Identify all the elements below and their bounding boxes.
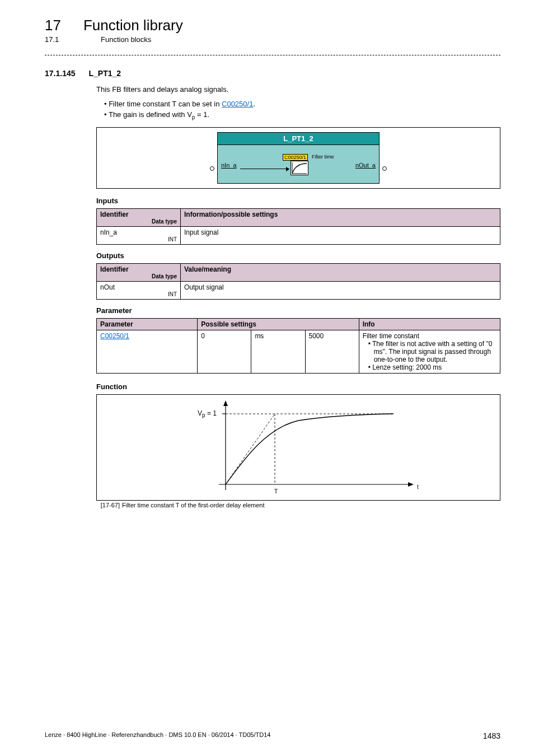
input-port-icon: [210, 166, 214, 171]
param-info-bullet1: The filter is not active with a setting …: [368, 340, 496, 363]
inputs-heading: Inputs: [96, 197, 500, 205]
function-heading: Function: [96, 382, 500, 391]
inputs-col-info: Information/possible settings: [181, 208, 500, 226]
input-identifier: nIn_a: [100, 228, 177, 236]
param-min: 0: [198, 330, 251, 373]
outputs-heading: Outputs: [96, 251, 500, 260]
inputs-col-identifier: Identifier: [100, 211, 177, 218]
param-col-possible-settings: Possible settings: [198, 318, 359, 330]
footer-left: Lenze · 8400 HighLine · Referenzhandbuch…: [45, 731, 270, 740]
divider: [45, 55, 500, 55]
outputs-col-info: Value/meaning: [181, 263, 500, 281]
filter-curve-icon: [291, 161, 308, 175]
output-description: Output signal: [181, 281, 500, 299]
outputs-col-datatype: Data type: [100, 273, 177, 279]
param-link[interactable]: C00250/1: [100, 332, 129, 340]
outputs-col-identifier: Identifier: [100, 265, 177, 273]
param-col-parameter: Parameter: [97, 318, 198, 330]
output-port-label: nOut_a: [355, 162, 376, 169]
chapter-number: 17: [45, 17, 61, 34]
param-chip: C00250/1: [283, 154, 308, 161]
input-port-label: nIn_a: [221, 162, 237, 169]
fb-header: L_PT1_2: [218, 133, 379, 145]
param-link-c00250[interactable]: C00250/1: [222, 100, 253, 108]
bullet2-suffix: = 1.: [195, 110, 209, 119]
inputs-table: Identifier Data type Information/possibl…: [96, 208, 500, 245]
chapter-title: Function library: [83, 17, 183, 34]
outputs-table: Identifier Data type Value/meaning nOut …: [96, 263, 500, 300]
t-axis-label: t: [417, 484, 419, 490]
bullet2-prefix: The gain is defined with V: [109, 110, 192, 119]
bullet1-suffix: .: [253, 100, 255, 108]
table-row: nOut INT Output signal: [97, 281, 500, 299]
param-max: 5000: [305, 330, 359, 373]
parameter-heading: Parameter: [96, 306, 500, 315]
signal-arrow-line: [240, 169, 289, 169]
function-graph: T t Vp = 1: [96, 394, 500, 501]
output-datatype: INT: [100, 291, 177, 297]
vp-label: Vp = 1: [198, 409, 217, 418]
svg-line-7: [226, 414, 275, 484]
section-number: 17.1.145: [45, 69, 76, 78]
param-chip-label: Filter time: [312, 154, 334, 160]
intro-bullet-2: The gain is defined with Vp = 1.: [104, 109, 500, 122]
input-description: Input signal: [181, 226, 500, 244]
section-title: L_PT1_2: [89, 69, 121, 78]
intro-paragraph: This FB filters and delays analog signal…: [96, 85, 500, 95]
output-identifier: nOut: [100, 283, 177, 291]
signal-arrow-head-icon: [286, 167, 289, 171]
subchapter-number: 17.1: [45, 35, 78, 44]
t-cap-label: T: [274, 488, 278, 494]
svg-marker-3: [408, 482, 414, 487]
figure-caption-tag: [17-67]: [96, 502, 122, 508]
inputs-col-datatype: Data type: [100, 218, 177, 225]
svg-marker-1: [223, 400, 228, 406]
param-col-info: Info: [359, 318, 500, 330]
figure-caption-text: Filter time constant T of the first-orde…: [122, 502, 265, 508]
param-info-bullet2: Lenze setting: 2000 ms: [368, 363, 496, 371]
input-datatype: INT: [100, 236, 177, 242]
parameter-table: Parameter Possible settings Info C00250/…: [96, 318, 500, 374]
table-row: nIn_a INT Input signal: [97, 226, 500, 244]
function-block-diagram: L_PT1_2 nIn_a C00250/1 Filter time nOut_: [96, 127, 500, 189]
param-info-title: Filter time constant: [363, 332, 496, 340]
table-row: C00250/1 0 ms 5000 Filter time constant …: [97, 330, 500, 373]
output-port-icon: [382, 166, 387, 171]
subchapter-title: Function blocks: [101, 35, 151, 44]
bullet1-prefix: Filter time constant T can be set in: [109, 100, 222, 108]
param-unit: ms: [251, 330, 305, 373]
intro-bullet-1: Filter time constant T can be set in C00…: [104, 99, 500, 110]
page-number: 1483: [483, 731, 500, 740]
